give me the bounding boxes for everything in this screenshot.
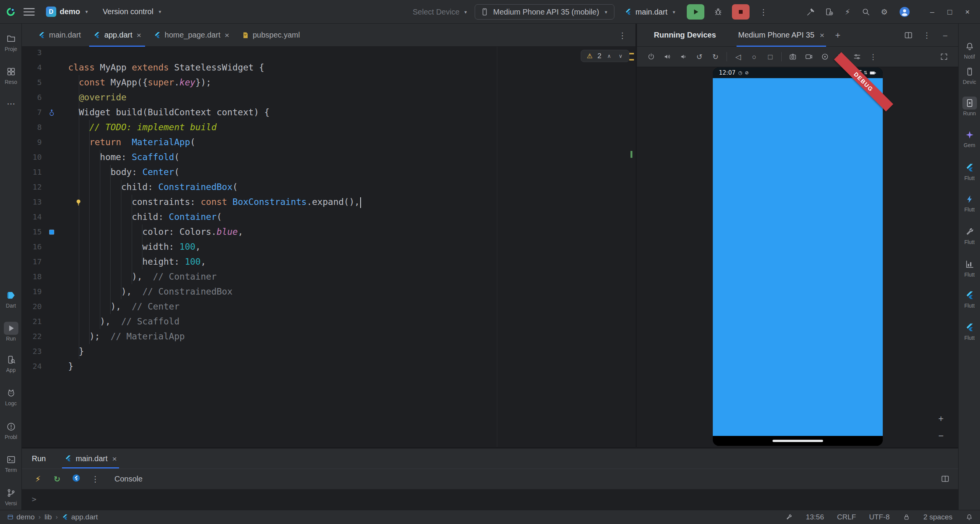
close-tab-icon[interactable]: × [112, 455, 117, 463]
home-button[interactable]: ○ [749, 52, 759, 62]
editor-tab-home-page-dart[interactable]: home_page.dart× [147, 24, 235, 47]
line-number[interactable]: 9 [22, 135, 42, 150]
line-number[interactable]: 22 [22, 329, 42, 344]
encoding-widget[interactable]: UTF-8 [869, 513, 890, 521]
caret-position-widget[interactable]: 13:56 [806, 513, 824, 521]
vcs-widget[interactable]: Version control ▾ [99, 5, 167, 18]
breadcrumb-app-dart[interactable]: app.dart [62, 513, 98, 521]
tool-stripe-right-gem-3[interactable]: Gem [959, 128, 980, 148]
kebab-button[interactable]: ⋮ [868, 52, 878, 62]
tool-stripe-right-devic-1[interactable]: Devic [959, 65, 980, 85]
line-number[interactable]: 11 [22, 165, 42, 180]
tool-stripe-left-proje-0[interactable]: Proje [0, 32, 22, 52]
line-number[interactable]: 13 [22, 195, 42, 210]
device-selector[interactable]: Medium Phone API 35 (mobile) ▾ [475, 4, 614, 20]
tool-stripe-right-flutt-8[interactable]: Flutt [959, 289, 980, 309]
device-manager-button[interactable] [822, 4, 837, 20]
line-number[interactable]: 20 [22, 299, 42, 314]
color-swatch-gutter-icon[interactable] [46, 224, 57, 239]
inspection-widget[interactable]: ⚠ 2 ∧ ∨ [581, 50, 629, 62]
editor-tab-app-dart[interactable]: app.dart× [87, 24, 147, 47]
rotate-left-button[interactable]: ↺ [694, 52, 704, 62]
line-number[interactable]: 12 [22, 180, 42, 195]
breadcrumb-demo[interactable]: demo [7, 513, 35, 521]
close-tab-icon[interactable]: × [225, 31, 229, 39]
tool-stripe-left-term-8[interactable]: Term [0, 453, 22, 473]
layout-settings-icon[interactable] [941, 474, 950, 483]
override-gutter-icon[interactable] [46, 105, 57, 120]
project-selector[interactable]: D demo ▾ [42, 4, 93, 19]
tool-stripe-left-probl-7[interactable]: Probl [0, 420, 22, 440]
indent-widget[interactable]: 2 spaces [923, 513, 952, 521]
rotate-right-button[interactable]: ↻ [710, 52, 720, 62]
close-tab-icon[interactable]: × [137, 31, 141, 39]
line-number[interactable]: 3 [22, 47, 42, 60]
external-tools-icon[interactable] [785, 513, 793, 521]
console-output[interactable]: > [22, 489, 958, 510]
select-device-dropdown[interactable]: Select Device ▾ [413, 8, 469, 16]
panel-options-icon[interactable]: ⋮ [922, 31, 931, 40]
tool-stripe-right-runn-2[interactable]: Runn [959, 97, 980, 116]
volume-down-button[interactable] [678, 52, 688, 62]
tool-stripe-right-flutt-6[interactable]: Flutt [959, 225, 980, 245]
hide-panel-icon[interactable]: – [941, 31, 950, 40]
line-number[interactable]: 24 [22, 359, 42, 374]
tool-stripe-left-versi-9[interactable]: Versi [0, 486, 22, 506]
line-number[interactable]: 21 [22, 314, 42, 329]
run-button[interactable] [687, 4, 704, 20]
split-view-icon[interactable] [904, 31, 913, 40]
code-editor[interactable]: 3456789101112131415161718192021222324 cl… [22, 47, 635, 447]
volume-up-button[interactable] [662, 52, 672, 62]
power-button[interactable] [646, 52, 656, 62]
close-button[interactable]: × [959, 0, 976, 24]
debug-button[interactable] [710, 4, 726, 20]
tool-stripe-left-run-4[interactable]: Run [0, 322, 22, 342]
previous-problem-icon[interactable]: ∧ [605, 52, 613, 60]
bolt-button[interactable]: ⚡ [840, 4, 855, 20]
run-tab[interactable]: main.dart × [62, 449, 119, 468]
hot-restart-button[interactable]: ↻ [52, 474, 62, 484]
tool-stripe-right-flutt-4[interactable]: Flutt [959, 161, 980, 181]
hot-reload-button[interactable]: ⚡ [33, 474, 42, 484]
tool-stripe-right-flutt-9[interactable]: Flutt [959, 321, 980, 341]
device-screen[interactable] [713, 78, 883, 436]
run-config-selector[interactable]: main.dart ▾ [621, 5, 681, 19]
line-number[interactable]: 23 [22, 344, 42, 359]
line-number[interactable]: 16 [22, 239, 42, 254]
line-number[interactable]: 18 [22, 269, 42, 284]
tool-stripe-left-reso-1[interactable]: Reso [0, 65, 22, 85]
line-number[interactable]: 14 [22, 210, 42, 224]
line-number[interactable]: 19 [22, 284, 42, 299]
line-number[interactable]: 15 [22, 224, 42, 239]
minimize-button[interactable]: – [923, 0, 941, 24]
add-device-button[interactable]: + [835, 31, 841, 40]
flutter-circle-button[interactable] [72, 473, 81, 485]
back-button[interactable]: ◁ [733, 52, 743, 62]
close-tab-icon[interactable]: × [820, 31, 824, 39]
tool-stripe-left-more-2[interactable]: ⋯ [0, 97, 22, 110]
next-problem-icon[interactable]: ∨ [617, 52, 624, 60]
tool-stripe-right-flutt-7[interactable]: Flutt [959, 258, 980, 278]
line-number[interactable]: 10 [22, 150, 42, 165]
maximize-button[interactable]: □ [941, 0, 959, 24]
line-number[interactable]: 17 [22, 254, 42, 269]
fit-to-window-button[interactable] [939, 52, 949, 62]
line-number[interactable]: 7 [22, 105, 42, 120]
settings-button[interactable]: ⚙ [877, 4, 892, 20]
console-tab-label[interactable]: Console [114, 475, 142, 483]
sliders-button[interactable] [852, 52, 862, 62]
device-tab[interactable]: Medium Phone API 35 × [737, 24, 826, 47]
editor-tab-pubspec-yaml[interactable]: pubspec.yaml [235, 24, 306, 47]
tool-stripe-left-app-5[interactable]: App [0, 353, 22, 373]
search-button[interactable] [858, 4, 874, 20]
snapshot-button[interactable] [820, 52, 830, 62]
recents-button[interactable]: □ [765, 52, 775, 62]
tab-options-button[interactable]: ⋮ [615, 28, 630, 43]
main-menu-button[interactable] [21, 4, 37, 20]
notifications-icon[interactable] [965, 513, 973, 521]
more-run-actions-button[interactable]: ⋮ [756, 4, 771, 20]
line-separator-widget[interactable]: CRLF [837, 513, 856, 521]
kebab-button[interactable]: ⋮ [91, 474, 100, 484]
stop-button[interactable] [732, 4, 750, 20]
camera-button[interactable] [788, 52, 798, 62]
